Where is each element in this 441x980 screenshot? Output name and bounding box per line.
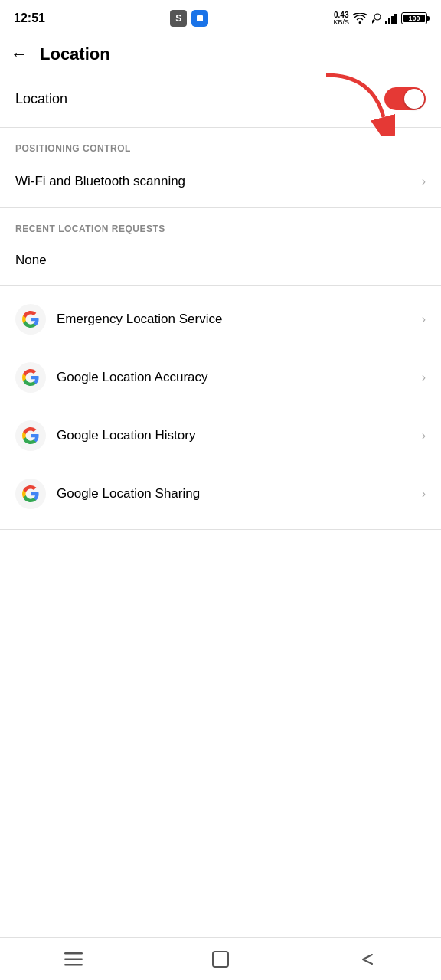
google-location-sharing-text: Google Location Sharing [57,486,200,501]
google-location-accuracy-item[interactable]: Google Location Accuracy › [0,348,441,407]
google-location-history-text: Google Location History [57,428,195,443]
google-icon-history [15,420,46,451]
nav-back-button[interactable] [345,944,390,975]
divider-3 [0,285,441,286]
divider-2 [0,207,441,208]
google-icon-emergency [15,304,46,335]
s-app-icon: S [170,10,187,27]
svg-rect-11 [213,952,228,967]
chevron-icon-emergency: › [422,312,426,326]
header: ← Location [0,34,441,75]
b-app-icon [191,10,208,27]
google-location-sharing-item[interactable]: Google Location Sharing › [0,465,441,523]
wifi-icon [353,13,367,24]
location-section: Location [0,75,441,122]
home-square-icon [212,951,229,968]
content-spacer [0,534,441,703]
location-toggle[interactable] [384,87,426,110]
chevron-icon-sharing: › [422,487,426,501]
google-icon-sharing [15,479,46,509]
page-title: Location [40,44,110,64]
chevron-icon-history: › [422,429,426,443]
positioning-control-label: POSITIONING CONTROL [0,132,441,160]
status-app-icons: S [170,10,208,27]
svg-rect-8 [64,952,83,955]
status-bar: 12:51 S 0.43 KB/S [0,0,441,34]
divider-1 [0,127,441,128]
google-icon-accuracy [15,362,46,393]
svg-rect-3 [385,21,387,24]
location-toggle-label: Location [15,91,67,107]
svg-rect-10 [64,964,83,966]
wifi-bluetooth-text: Wi-Fi and Bluetooth scanning [15,174,185,189]
nav-menu-button[interactable] [51,944,96,975]
hamburger-icon [64,952,83,966]
svg-rect-4 [388,18,390,24]
status-right-icons: 0.43 KB/S 100 [333,11,427,26]
google-location-history-item[interactable]: Google Location History › [0,407,441,465]
chevron-icon: › [422,175,426,188]
recent-location-requests-section: RECENT LOCATION REQUESTS None [0,213,441,280]
no-recent-requests: None [0,240,441,280]
back-button[interactable]: ← [11,44,28,64]
back-triangle-icon [360,952,375,967]
positioning-control-section: POSITIONING CONTROL Wi-Fi and Bluetooth … [0,132,441,203]
emergency-location-service-item[interactable]: Emergency Location Service › [0,290,441,348]
nav-home-button[interactable] [198,944,243,975]
emergency-location-service-text: Emergency Location Service [57,312,222,327]
svg-rect-6 [394,14,397,24]
status-time: 12:51 [14,11,45,25]
recent-location-requests-label: RECENT LOCATION REQUESTS [0,213,441,240]
divider-4 [0,529,441,530]
battery-icon: 100 [401,12,427,24]
svg-rect-9 [64,958,83,960]
google-services-section: Emergency Location Service › Google Loca… [0,290,441,523]
svg-rect-1 [197,15,203,21]
chevron-icon-accuracy: › [422,371,426,384]
wifi-bluetooth-scanning-item[interactable]: Wi-Fi and Bluetooth scanning › [0,160,441,203]
google-location-accuracy-text: Google Location Accuracy [57,370,208,385]
phone-signal-icon [371,13,381,24]
location-toggle-row: Location [0,75,441,122]
signal-bars-icon [385,13,397,24]
speed-indicator: 0.43 KB/S [333,11,349,26]
svg-rect-5 [391,16,394,24]
nav-bar [0,937,441,980]
svg-point-2 [374,14,381,20]
